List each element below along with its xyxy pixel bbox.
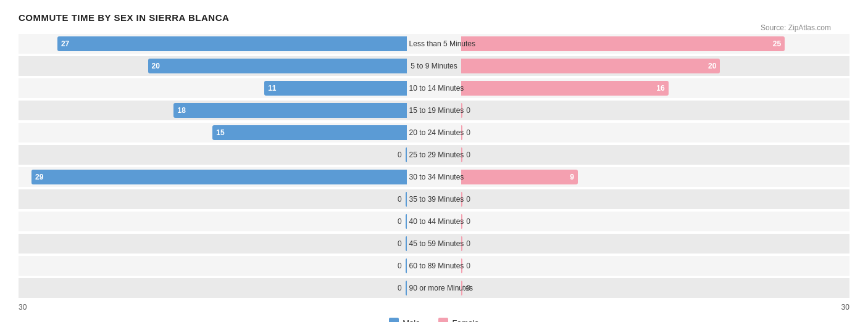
male-value-outside: 0 xyxy=(398,195,402,204)
female-bar-container: 0 xyxy=(461,147,849,162)
male-value: 29 xyxy=(35,173,43,181)
female-value: 20 xyxy=(708,62,716,70)
female-bar: 16 xyxy=(461,81,668,96)
left-section: 11 xyxy=(19,78,409,98)
bar-row: 0 60 to 89 Minutes 0 xyxy=(19,256,849,276)
female-value-outside: 0 xyxy=(466,128,470,137)
female-bar-container: 0 xyxy=(461,214,849,229)
right-section: 20 xyxy=(459,56,849,76)
bar-row: 18 15 to 19 Minutes 0 xyxy=(19,101,849,120)
male-bar: 27 xyxy=(57,36,407,51)
male-value-outside: 0 xyxy=(398,217,402,226)
row-label: 25 to 29 Minutes xyxy=(409,151,459,159)
male-bar-container: 0 xyxy=(19,281,407,295)
axis-right-label: 30 xyxy=(459,303,849,312)
male-bar-container: 20 xyxy=(19,59,407,73)
row-label: 45 to 59 Minutes xyxy=(409,239,459,248)
chart-row: 0 45 to 59 Minutes 0 xyxy=(19,234,849,254)
male-value: 27 xyxy=(61,39,69,48)
female-bar-container: 0 xyxy=(461,236,849,251)
male-bar-container: 15 xyxy=(19,125,407,140)
male-bar xyxy=(406,147,407,162)
female-value-outside: 0 xyxy=(466,151,470,159)
female-bar: 9 xyxy=(461,170,578,184)
right-section: 25 xyxy=(459,34,849,54)
male-bar: 11 xyxy=(264,81,406,96)
male-bar-container: 18 xyxy=(19,103,407,118)
male-bar: 18 xyxy=(173,103,406,118)
chart-row: 20 5 to 9 Minutes 20 xyxy=(19,56,849,76)
chart-row: 15 20 to 24 Minutes 0 xyxy=(19,123,849,142)
row-label: 5 to 9 Minutes xyxy=(409,62,459,70)
bar-row: 0 40 to 44 Minutes 0 xyxy=(19,212,849,231)
chart-row: 29 30 to 34 Minutes 9 xyxy=(19,167,849,187)
left-section: 0 xyxy=(19,189,409,209)
male-bar xyxy=(406,214,407,229)
male-bar: 20 xyxy=(148,59,407,73)
bar-row: 0 45 to 59 Minutes 0 xyxy=(19,234,849,254)
male-value: 15 xyxy=(216,128,224,137)
female-bar-container: 0 xyxy=(461,258,849,273)
bar-row: 29 30 to 34 Minutes 9 xyxy=(19,167,849,187)
male-bar: 29 xyxy=(31,170,407,184)
female-bar-container: 0 xyxy=(461,125,849,140)
left-section: 0 xyxy=(19,145,409,165)
female-bar: 20 xyxy=(461,59,720,73)
right-section: 0 xyxy=(459,278,849,298)
male-bar-container: 27 xyxy=(19,36,407,51)
chart-title: COMMUTE TIME BY SEX IN SIERRA BLANCA xyxy=(19,12,849,23)
male-bar-container: 0 xyxy=(19,258,407,273)
female-legend-label: Female xyxy=(452,318,478,323)
left-section: 15 xyxy=(19,123,409,142)
bar-row: 0 25 to 29 Minutes 0 xyxy=(19,145,849,165)
female-value: 9 xyxy=(570,173,574,181)
right-section: 0 xyxy=(459,189,849,209)
male-value-outside: 0 xyxy=(398,239,402,248)
female-value-outside: 0 xyxy=(466,217,470,226)
male-value: 11 xyxy=(268,84,276,93)
male-value-outside: 0 xyxy=(398,151,402,159)
chart-row: 18 15 to 19 Minutes 0 xyxy=(19,101,849,120)
male-bar-container: 0 xyxy=(19,236,407,251)
female-bar-container: 16 xyxy=(461,81,849,96)
male-value: 18 xyxy=(177,106,185,115)
bar-row: 11 10 to 14 Minutes 16 xyxy=(19,78,849,98)
left-section: 0 xyxy=(19,256,409,276)
male-bar xyxy=(406,192,407,207)
right-section: 0 xyxy=(459,212,849,231)
left-section: 0 xyxy=(19,212,409,231)
male-bar xyxy=(406,236,407,251)
right-section: 9 xyxy=(459,167,849,187)
male-bar-container: 29 xyxy=(19,170,407,184)
male-bar xyxy=(406,281,407,295)
row-label: 90 or more Minutes xyxy=(409,284,459,292)
left-section: 20 xyxy=(19,56,409,76)
female-bar: 25 xyxy=(461,36,785,51)
right-section: 0 xyxy=(459,145,849,165)
male-value-outside: 0 xyxy=(398,262,402,270)
row-label: 60 to 89 Minutes xyxy=(409,262,459,270)
chart-row: 0 60 to 89 Minutes 0 xyxy=(19,256,849,276)
legend-female: Female xyxy=(438,318,478,322)
left-section: 0 xyxy=(19,234,409,254)
row-label: 10 to 14 Minutes xyxy=(409,84,459,93)
female-bar-container: 9 xyxy=(461,170,849,184)
axis-row: 30 30 xyxy=(19,303,849,312)
row-label: 35 to 39 Minutes xyxy=(409,195,459,204)
right-section: 16 xyxy=(459,78,849,98)
female-value: 16 xyxy=(656,84,664,93)
chart-area: 27 Less than 5 Minutes 25 xyxy=(19,34,849,322)
chart-row: 0 25 to 29 Minutes 0 xyxy=(19,145,849,165)
male-legend-label: Male xyxy=(403,318,420,323)
legend-male: Male xyxy=(389,318,420,322)
female-bar-container: 20 xyxy=(461,59,849,73)
male-bar-container: 0 xyxy=(19,147,407,162)
row-label: 20 to 24 Minutes xyxy=(409,128,459,137)
left-section: 0 xyxy=(19,278,409,298)
right-section: 0 xyxy=(459,256,849,276)
bar-row: 0 35 to 39 Minutes 0 xyxy=(19,189,849,209)
chart-row: 0 40 to 44 Minutes 0 xyxy=(19,212,849,231)
bar-row: 15 20 to 24 Minutes 0 xyxy=(19,123,849,142)
bar-row: 20 5 to 9 Minutes 20 xyxy=(19,56,849,76)
male-value-outside: 0 xyxy=(398,284,402,292)
